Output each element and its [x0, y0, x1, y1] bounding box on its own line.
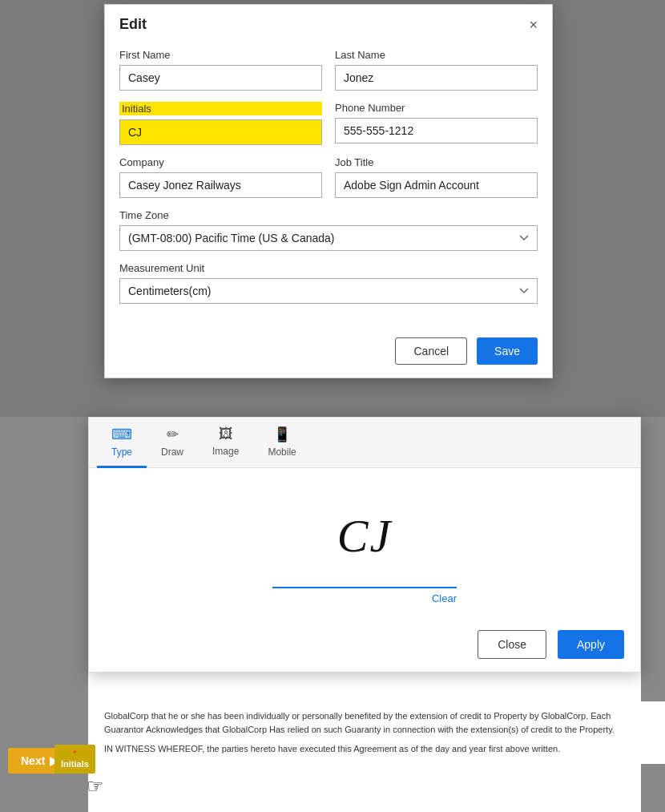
- tab-image[interactable]: 🖼 Image: [198, 418, 253, 468]
- clear-row: Clear: [272, 592, 457, 604]
- tab-type-label: Type: [111, 446, 132, 458]
- required-marker: *: [73, 749, 76, 758]
- timezone-group: Time Zone (GMT-08:00) Pacific Time (US &…: [119, 209, 538, 251]
- timezone-label: Time Zone: [119, 209, 538, 221]
- phone-group: Phone Number: [335, 102, 538, 145]
- name-row: First Name Last Name: [119, 49, 538, 91]
- cursor-hand-icon: ☞: [87, 775, 104, 798]
- last-name-group: Last Name: [335, 49, 538, 91]
- tab-draw[interactable]: ✏ Draw: [147, 418, 198, 468]
- close-button[interactable]: Close: [478, 630, 546, 659]
- tab-image-label: Image: [212, 446, 239, 457]
- modal-title: Edit: [119, 16, 147, 33]
- modal-body: First Name Last Name Initials Phone Numb…: [105, 41, 552, 329]
- job-title-group: Job Title: [335, 156, 538, 198]
- company-job-row: Company Job Title: [119, 156, 538, 198]
- modal-header: Edit ×: [105, 5, 552, 41]
- phone-input[interactable]: [335, 118, 538, 143]
- initials-phone-row: Initials Phone Number: [119, 102, 538, 145]
- initials-label: Initials: [119, 102, 322, 115]
- cancel-button[interactable]: Cancel: [395, 337, 467, 365]
- first-name-label: First Name: [119, 49, 322, 61]
- sign-panel: ⌨ Type ✏ Draw 🖼 Image 📱 Mobile CJ Clear …: [88, 417, 641, 673]
- job-title-label: Job Title: [335, 156, 538, 168]
- initials-badge[interactable]: * Initials: [54, 745, 95, 774]
- company-label: Company: [119, 156, 322, 168]
- tab-mobile-label: Mobile: [268, 446, 296, 458]
- modal-footer: Cancel Save: [105, 329, 552, 378]
- doc-paragraph: GlobalCorp that he or she has been indiv…: [104, 709, 649, 736]
- last-name-input[interactable]: [335, 65, 538, 91]
- initials-input[interactable]: [119, 119, 322, 145]
- last-name-label: Last Name: [335, 49, 538, 61]
- measurement-group: Measurement Unit Centimeters(cm): [119, 262, 538, 304]
- sign-canvas: CJ: [272, 484, 457, 588]
- type-icon: ⌨: [111, 426, 132, 443]
- sign-canvas-area: CJ Clear: [89, 468, 640, 620]
- edit-modal: Edit × First Name Last Name Initials Pho…: [104, 4, 553, 378]
- measurement-select[interactable]: Centimeters(cm): [119, 278, 538, 304]
- modal-close-button[interactable]: ×: [529, 18, 538, 32]
- clear-button[interactable]: Clear: [432, 592, 457, 604]
- initials-display: CJ: [337, 509, 392, 563]
- tab-type[interactable]: ⌨ Type: [97, 418, 147, 468]
- next-label: Next: [21, 754, 45, 767]
- save-button[interactable]: Save: [477, 337, 538, 365]
- initials-badge-label: Initials: [61, 759, 89, 769]
- measurement-label: Measurement Unit: [119, 262, 538, 274]
- doc-witness: IN WITNESS WHEREOF, the parties hereto h…: [104, 742, 649, 756]
- initials-group: Initials: [119, 102, 322, 145]
- sign-tabs: ⌨ Type ✏ Draw 🖼 Image 📱 Mobile: [89, 418, 640, 468]
- document-body: GlobalCorp that he or she has been indiv…: [88, 701, 665, 764]
- first-name-input[interactable]: [119, 65, 322, 91]
- mobile-icon: 📱: [273, 426, 291, 443]
- company-group: Company: [119, 156, 322, 198]
- sign-footer: Close Apply: [89, 620, 640, 672]
- timezone-select[interactable]: (GMT-08:00) Pacific Time (US & Canada): [119, 225, 538, 251]
- apply-button[interactable]: Apply: [558, 630, 624, 659]
- tab-mobile[interactable]: 📱 Mobile: [253, 418, 310, 468]
- phone-label: Phone Number: [335, 102, 538, 114]
- draw-icon: ✏: [167, 426, 179, 443]
- image-icon: 🖼: [219, 426, 233, 442]
- company-input[interactable]: [119, 172, 322, 198]
- tab-draw-label: Draw: [161, 446, 183, 458]
- first-name-group: First Name: [119, 49, 322, 91]
- job-title-input[interactable]: [335, 172, 538, 198]
